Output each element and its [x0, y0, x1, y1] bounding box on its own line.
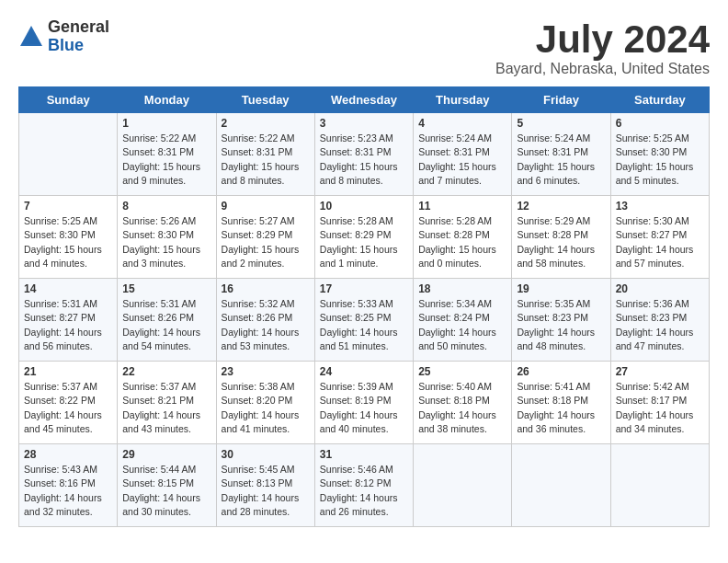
- day-number: 14: [24, 282, 112, 295]
- calendar-cell: 8Sunrise: 5:26 AMSunset: 8:30 PMDaylight…: [118, 196, 216, 279]
- day-info: Sunrise: 5:39 AMSunset: 8:19 PMDaylight:…: [320, 380, 408, 436]
- day-info: Sunrise: 5:30 AMSunset: 8:27 PMDaylight:…: [616, 214, 704, 270]
- day-info: Sunrise: 5:25 AMSunset: 8:30 PMDaylight:…: [616, 132, 704, 188]
- logo-icon: [18, 24, 44, 50]
- day-info: Sunrise: 5:36 AMSunset: 8:23 PMDaylight:…: [616, 297, 704, 353]
- day-number: 7: [24, 200, 112, 213]
- calendar-cell: 26Sunrise: 5:41 AMSunset: 8:18 PMDayligh…: [512, 362, 610, 444]
- calendar-week-row: 28Sunrise: 5:43 AMSunset: 8:16 PMDayligh…: [19, 444, 710, 527]
- day-info: Sunrise: 5:22 AMSunset: 8:31 PMDaylight:…: [222, 132, 310, 188]
- day-number: 6: [616, 117, 704, 130]
- calendar-cell: 21Sunrise: 5:37 AMSunset: 8:22 PMDayligh…: [19, 362, 118, 444]
- weekday-header-thursday: Thursday: [414, 87, 512, 113]
- day-number: 31: [320, 448, 408, 461]
- day-number: 21: [24, 365, 112, 378]
- day-info: Sunrise: 5:29 AMSunset: 8:28 PMDaylight:…: [517, 214, 605, 270]
- logo: General Blue: [18, 18, 109, 55]
- day-info: Sunrise: 5:31 AMSunset: 8:27 PMDaylight:…: [24, 297, 112, 353]
- day-number: 23: [222, 365, 310, 378]
- calendar-cell: 28Sunrise: 5:43 AMSunset: 8:16 PMDayligh…: [19, 444, 118, 527]
- calendar-cell: 5Sunrise: 5:24 AMSunset: 8:31 PMDaylight…: [512, 113, 610, 196]
- calendar-table: SundayMondayTuesdayWednesdayThursdayFrid…: [18, 86, 710, 527]
- day-number: 13: [616, 200, 704, 213]
- day-number: 16: [222, 282, 310, 295]
- day-info: Sunrise: 5:32 AMSunset: 8:26 PMDaylight:…: [222, 297, 310, 353]
- day-info: Sunrise: 5:37 AMSunset: 8:22 PMDaylight:…: [24, 380, 112, 436]
- calendar-cell: 3Sunrise: 5:23 AMSunset: 8:31 PMDaylight…: [314, 113, 413, 196]
- logo-general: General: [48, 18, 109, 37]
- calendar-cell: [19, 113, 118, 196]
- calendar-cell: 1Sunrise: 5:22 AMSunset: 8:31 PMDaylight…: [118, 113, 216, 196]
- calendar-cell: [414, 444, 512, 527]
- day-number: 8: [122, 200, 210, 213]
- calendar-week-row: 14Sunrise: 5:31 AMSunset: 8:27 PMDayligh…: [19, 279, 710, 362]
- day-number: 19: [517, 282, 605, 295]
- day-number: 5: [517, 117, 605, 130]
- logo-text: General Blue: [48, 18, 109, 55]
- weekday-header-row: SundayMondayTuesdayWednesdayThursdayFrid…: [19, 87, 710, 113]
- day-info: Sunrise: 5:37 AMSunset: 8:21 PMDaylight:…: [122, 380, 210, 436]
- calendar-cell: 2Sunrise: 5:22 AMSunset: 8:31 PMDaylight…: [216, 113, 314, 196]
- calendar-cell: [512, 444, 610, 527]
- day-info: Sunrise: 5:45 AMSunset: 8:13 PMDaylight:…: [222, 463, 310, 519]
- day-number: 27: [616, 365, 704, 378]
- day-info: Sunrise: 5:43 AMSunset: 8:16 PMDaylight:…: [24, 463, 112, 519]
- day-number: 9: [222, 200, 310, 213]
- day-info: Sunrise: 5:46 AMSunset: 8:12 PMDaylight:…: [320, 463, 408, 519]
- svg-marker-1: [22, 29, 40, 44]
- day-number: 15: [122, 282, 210, 295]
- calendar-cell: 24Sunrise: 5:39 AMSunset: 8:19 PMDayligh…: [314, 362, 413, 444]
- calendar-cell: 27Sunrise: 5:42 AMSunset: 8:17 PMDayligh…: [610, 362, 709, 444]
- day-info: Sunrise: 5:26 AMSunset: 8:30 PMDaylight:…: [122, 214, 210, 270]
- day-number: 3: [320, 117, 408, 130]
- title-block: July 2024 Bayard, Nebraska, United State…: [495, 18, 710, 77]
- weekday-header-saturday: Saturday: [610, 87, 709, 113]
- day-number: 25: [418, 365, 506, 378]
- day-number: 10: [320, 200, 408, 213]
- day-info: Sunrise: 5:40 AMSunset: 8:18 PMDaylight:…: [418, 380, 506, 436]
- calendar-cell: 18Sunrise: 5:34 AMSunset: 8:24 PMDayligh…: [414, 279, 512, 362]
- day-info: Sunrise: 5:24 AMSunset: 8:31 PMDaylight:…: [418, 132, 506, 188]
- calendar-cell: 11Sunrise: 5:28 AMSunset: 8:28 PMDayligh…: [414, 196, 512, 279]
- weekday-header-monday: Monday: [118, 87, 216, 113]
- day-info: Sunrise: 5:41 AMSunset: 8:18 PMDaylight:…: [517, 380, 605, 436]
- calendar-cell: 15Sunrise: 5:31 AMSunset: 8:26 PMDayligh…: [118, 279, 216, 362]
- day-info: Sunrise: 5:25 AMSunset: 8:30 PMDaylight:…: [24, 214, 112, 270]
- weekday-header-tuesday: Tuesday: [216, 87, 314, 113]
- calendar-week-row: 21Sunrise: 5:37 AMSunset: 8:22 PMDayligh…: [19, 362, 710, 444]
- calendar-cell: 31Sunrise: 5:46 AMSunset: 8:12 PMDayligh…: [314, 444, 413, 527]
- day-info: Sunrise: 5:34 AMSunset: 8:24 PMDaylight:…: [418, 297, 506, 353]
- calendar-cell: 29Sunrise: 5:44 AMSunset: 8:15 PMDayligh…: [118, 444, 216, 527]
- calendar-cell: 20Sunrise: 5:36 AMSunset: 8:23 PMDayligh…: [610, 279, 709, 362]
- day-info: Sunrise: 5:33 AMSunset: 8:25 PMDaylight:…: [320, 297, 408, 353]
- day-info: Sunrise: 5:35 AMSunset: 8:23 PMDaylight:…: [517, 297, 605, 353]
- calendar-cell: 13Sunrise: 5:30 AMSunset: 8:27 PMDayligh…: [610, 196, 709, 279]
- day-number: 11: [418, 200, 506, 213]
- day-info: Sunrise: 5:28 AMSunset: 8:29 PMDaylight:…: [320, 214, 408, 270]
- day-info: Sunrise: 5:38 AMSunset: 8:20 PMDaylight:…: [222, 380, 310, 436]
- day-info: Sunrise: 5:23 AMSunset: 8:31 PMDaylight:…: [320, 132, 408, 188]
- day-number: 2: [222, 117, 310, 130]
- calendar-cell: 30Sunrise: 5:45 AMSunset: 8:13 PMDayligh…: [216, 444, 314, 527]
- day-number: 12: [517, 200, 605, 213]
- day-info: Sunrise: 5:28 AMSunset: 8:28 PMDaylight:…: [418, 214, 506, 270]
- calendar-week-row: 1Sunrise: 5:22 AMSunset: 8:31 PMDaylight…: [19, 113, 710, 196]
- calendar-cell: 16Sunrise: 5:32 AMSunset: 8:26 PMDayligh…: [216, 279, 314, 362]
- day-info: Sunrise: 5:31 AMSunset: 8:26 PMDaylight:…: [122, 297, 210, 353]
- day-info: Sunrise: 5:27 AMSunset: 8:29 PMDaylight:…: [222, 214, 310, 270]
- calendar-cell: 4Sunrise: 5:24 AMSunset: 8:31 PMDaylight…: [414, 113, 512, 196]
- day-info: Sunrise: 5:44 AMSunset: 8:15 PMDaylight:…: [122, 463, 210, 519]
- day-number: 22: [122, 365, 210, 378]
- calendar-cell: 22Sunrise: 5:37 AMSunset: 8:21 PMDayligh…: [118, 362, 216, 444]
- month-title: July 2024: [495, 18, 710, 61]
- calendar-cell: 25Sunrise: 5:40 AMSunset: 8:18 PMDayligh…: [414, 362, 512, 444]
- day-info: Sunrise: 5:42 AMSunset: 8:17 PMDaylight:…: [616, 380, 704, 436]
- calendar-cell: 6Sunrise: 5:25 AMSunset: 8:30 PMDaylight…: [610, 113, 709, 196]
- calendar-cell: 7Sunrise: 5:25 AMSunset: 8:30 PMDaylight…: [19, 196, 118, 279]
- day-number: 20: [616, 282, 704, 295]
- day-number: 30: [222, 448, 310, 461]
- weekday-header-wednesday: Wednesday: [314, 87, 413, 113]
- weekday-header-friday: Friday: [512, 87, 610, 113]
- day-number: 1: [122, 117, 210, 130]
- calendar-cell: [610, 444, 709, 527]
